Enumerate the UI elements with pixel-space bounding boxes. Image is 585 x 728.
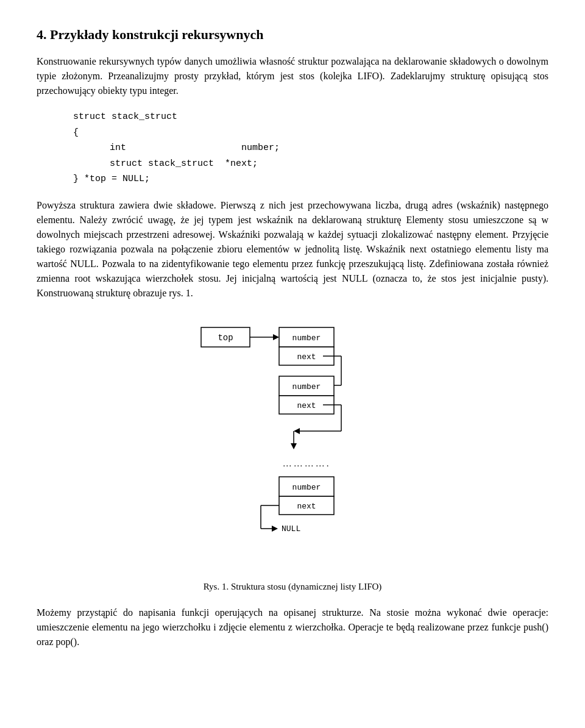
svg-marker-14 [294, 428, 300, 434]
code-line-1: struct stack_struct [73, 109, 548, 125]
svg-marker-22 [272, 526, 278, 532]
top-label: top [218, 333, 233, 343]
code-line-2: { [73, 125, 548, 141]
node2-number-label: number [292, 382, 321, 391]
paragraph-2: Powyższa struktura zawiera dwie składowe… [37, 198, 548, 301]
paragraph-1: Konstruowanie rekursywnych typów danych … [37, 54, 548, 98]
null-label: NULL [282, 524, 300, 534]
node1-next-label: next [297, 352, 316, 362]
svg-marker-2 [273, 334, 279, 340]
code-line-4: struct stack_struct *next; [110, 156, 548, 172]
stack-diagram: top number next number next …………. number… [165, 315, 420, 571]
page-title: 4. Przykłady konstrukcji rekursywnych [37, 24, 548, 45]
ellipsis-label: …………. [283, 459, 331, 468]
paragraph-3: Możemy przystąpić do napisania funkcji o… [37, 605, 548, 649]
code-block: struct stack_struct { int number; struct… [73, 109, 548, 187]
node2-next-label: next [297, 401, 316, 410]
node3-next-label: next [297, 502, 316, 511]
svg-marker-16 [291, 443, 297, 449]
code-line-3: int number; [110, 140, 548, 156]
code-line-5: } *top = NULL; [73, 171, 548, 187]
node3-number-label: number [292, 483, 321, 492]
node1-number-label: number [292, 334, 321, 343]
fig-caption: Rys. 1. Struktura stosu (dynamicznej lis… [37, 580, 548, 594]
